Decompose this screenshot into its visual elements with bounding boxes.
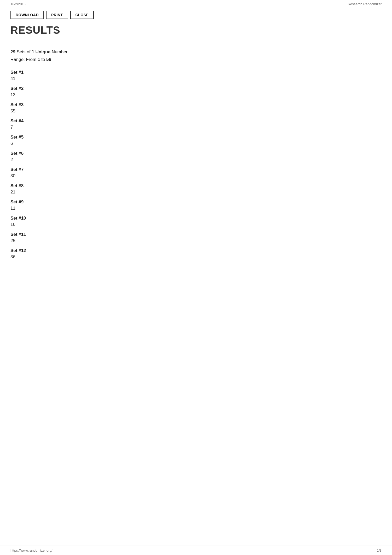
set-value-12: 36	[10, 254, 382, 260]
set-block: Set #1125	[10, 232, 382, 243]
title-divider	[10, 38, 94, 38]
set-block: Set #1016	[10, 216, 382, 227]
set-value-5: 6	[10, 141, 382, 146]
range-from: 1	[38, 57, 40, 62]
summary-sets-count: 29	[10, 49, 15, 54]
close-button[interactable]: CLOSE	[70, 11, 94, 19]
set-value-10: 16	[10, 222, 382, 227]
set-label-2: Set #2	[10, 86, 382, 91]
summary-text-pre: Sets of	[15, 49, 32, 54]
set-block: Set #56	[10, 135, 382, 146]
set-block: Set #821	[10, 183, 382, 195]
range-label: Range: From	[10, 57, 38, 62]
sets-container: Set #141Set #213Set #355Set #47Set #56Se…	[10, 70, 382, 260]
meta-site-title: Research Randomizer	[348, 2, 382, 6]
meta-date: 16/2/2018	[10, 2, 26, 6]
page-meta: 16/2/2018 Research Randomizer	[0, 0, 392, 8]
set-label-4: Set #4	[10, 118, 382, 124]
set-value-3: 55	[10, 108, 382, 114]
summary-text-post: Number	[50, 49, 67, 54]
page-title: RESULTS	[0, 22, 392, 38]
set-block: Set #911	[10, 199, 382, 211]
set-block: Set #213	[10, 86, 382, 98]
set-value-4: 7	[10, 125, 382, 130]
set-value-11: 25	[10, 238, 382, 243]
set-value-7: 30	[10, 173, 382, 179]
range-to: 56	[46, 57, 51, 62]
print-button[interactable]: PRINT	[46, 11, 68, 19]
results-content: 29 Sets of 1 Unique Number Range: From 1…	[0, 43, 392, 270]
set-value-2: 13	[10, 92, 382, 98]
summary-line1: 29 Sets of 1 Unique Number	[10, 48, 382, 56]
set-label-6: Set #6	[10, 151, 382, 156]
set-label-5: Set #5	[10, 135, 382, 140]
summary-line2: Range: From 1 to 56	[10, 56, 382, 64]
set-label-11: Set #11	[10, 232, 382, 237]
set-value-1: 41	[10, 76, 382, 81]
set-block: Set #141	[10, 70, 382, 81]
set-label-3: Set #3	[10, 102, 382, 107]
set-block: Set #730	[10, 167, 382, 179]
set-block: Set #62	[10, 151, 382, 162]
toolbar: DOWNLOAD PRINT CLOSE	[0, 8, 392, 22]
download-button[interactable]: DOWNLOAD	[10, 11, 44, 19]
set-label-7: Set #7	[10, 167, 382, 172]
summary-unique: 1 Unique	[32, 49, 50, 54]
set-block: Set #47	[10, 118, 382, 130]
set-label-8: Set #8	[10, 183, 382, 188]
set-label-1: Set #1	[10, 70, 382, 75]
set-value-8: 21	[10, 190, 382, 195]
set-block: Set #355	[10, 102, 382, 114]
set-value-9: 11	[10, 206, 382, 211]
set-label-9: Set #9	[10, 199, 382, 205]
set-value-6: 2	[10, 157, 382, 162]
range-to-label: to	[40, 57, 46, 62]
results-summary: 29 Sets of 1 Unique Number Range: From 1…	[10, 48, 382, 64]
set-label-10: Set #10	[10, 216, 382, 221]
set-label-12: Set #12	[10, 248, 382, 253]
set-block: Set #1236	[10, 248, 382, 260]
